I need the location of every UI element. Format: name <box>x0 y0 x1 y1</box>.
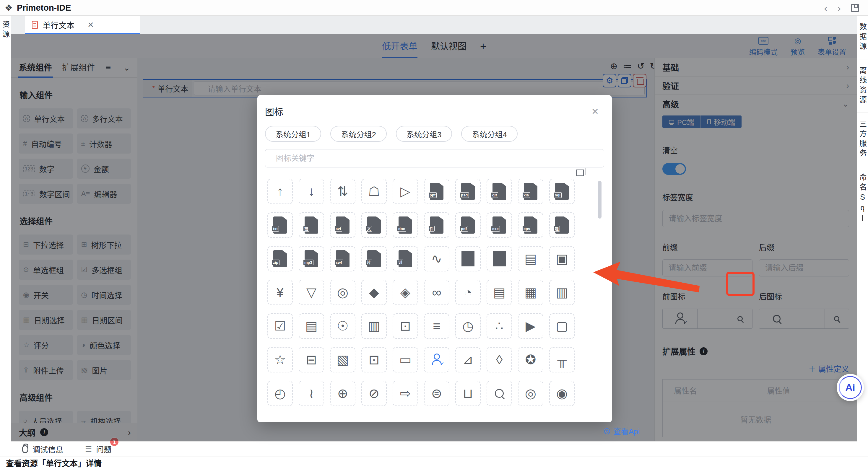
ai-assistant-button[interactable]: Ai <box>837 374 864 401</box>
gauge-icon[interactable]: ◔ <box>455 280 481 305</box>
chain-link-icon[interactable]: ∞ <box>424 280 450 305</box>
file-link-icon[interactable]: 链 <box>299 212 324 238</box>
icon-search-input[interactable] <box>265 149 604 167</box>
screen-settings-icon[interactable]: ▣ <box>549 246 575 272</box>
file-zip-icon[interactable]: zip <box>267 246 293 272</box>
podcast-icon[interactable]: ≀ <box>299 381 324 406</box>
image-icon[interactable]: ▧ <box>330 347 355 372</box>
clipboard-clock-icon[interactable]: ▥ <box>361 313 387 339</box>
file-sql-icon[interactable]: sql <box>549 179 575 204</box>
status-text: 查看资源「单行文本」详情 <box>6 457 102 469</box>
shield-key-icon[interactable]: ◊ <box>487 347 512 372</box>
broken-link-icon[interactable]: ∿ <box>424 246 450 272</box>
rail-item-3[interactable]: 命名Sql <box>857 166 868 232</box>
close-icon[interactable] <box>88 20 94 30</box>
solid-rect-icon[interactable] <box>455 246 481 272</box>
bookmark-plus-icon[interactable]: ⊕ <box>330 381 355 406</box>
file-exercise-icon[interactable]: 题 <box>549 212 575 238</box>
file-attach-icon[interactable]: 件 <box>424 212 450 238</box>
triangle-3d-icon[interactable]: ▽ <box>299 280 324 305</box>
solid-rect-icon <box>462 251 474 267</box>
upload-box-icon[interactable]: ⊡ <box>361 347 387 372</box>
search-icon[interactable] <box>487 381 512 406</box>
hexagon-flash-icon[interactable]: ◆ <box>361 280 387 305</box>
file-eps-icon[interactable]: eps <box>518 212 543 238</box>
chat-lines-icon[interactable]: ⊜ <box>424 381 450 406</box>
file-image-icon[interactable]: 片 <box>361 246 387 272</box>
file-ppt-icon[interactable]: ppt <box>424 179 450 204</box>
paper-plane-icon[interactable]: ⊿ <box>455 347 481 372</box>
book-open-icon[interactable]: ⊔ <box>455 381 481 406</box>
folder-list-icon: ▤ <box>493 286 505 299</box>
issues-button[interactable]: 问题 1 <box>85 444 112 455</box>
file-training-icon[interactable]: 训 <box>393 246 418 272</box>
file-txt-icon[interactable]: txt <box>267 212 293 238</box>
icon-group-4[interactable]: 系统分组4 <box>461 126 517 142</box>
window-restore-icon[interactable] <box>576 169 584 176</box>
clipboard-list-icon[interactable]: ▤ <box>299 313 324 339</box>
back-icon[interactable]: ‹ <box>824 3 827 13</box>
file-graphic-icon[interactable]: 文 <box>361 212 387 238</box>
file-doc-icon[interactable]: doc <box>393 212 418 238</box>
close-icon[interactable] <box>591 106 599 117</box>
diamond-wire-icon[interactable]: ◈ <box>393 280 418 305</box>
spiral-bubble-icon[interactable]: ◎ <box>518 381 543 406</box>
yen-card-icon[interactable]: ¥ <box>267 280 293 305</box>
tshirt-icon[interactable]: ☖ <box>361 179 387 204</box>
play-filled-icon[interactable]: ▶ <box>518 313 543 339</box>
view-api-link[interactable]: 查看Api <box>603 425 640 436</box>
file-avi-icon[interactable]: avi <box>330 212 355 238</box>
save-icon[interactable] <box>851 4 859 12</box>
file-mp3-icon[interactable]: mp3 <box>299 246 324 272</box>
calendar-notes-icon[interactable]: ▦ <box>518 280 543 305</box>
clock2-icon[interactable]: ◴ <box>267 381 293 406</box>
folder-list-icon[interactable]: ▤ <box>487 280 512 305</box>
file-swf-icon[interactable]: swf <box>330 246 355 272</box>
icon-group-2[interactable]: 系统分组2 <box>330 126 386 142</box>
file-exe-icon[interactable]: exe <box>487 212 512 238</box>
clock-icon[interactable]: ◷ <box>455 313 481 339</box>
app-title: Primeton-IDE <box>17 3 71 13</box>
arrow-down-icon[interactable]: ↓ <box>299 179 324 204</box>
person-clock-icon[interactable]: ☉ <box>330 313 355 339</box>
badge-check-icon[interactable]: ✪ <box>518 347 543 372</box>
org-chart-icon[interactable]: ╥ <box>549 347 575 372</box>
logout-icon[interactable]: ⇨ <box>393 381 418 406</box>
sliders-icon[interactable]: ≡ <box>424 313 450 339</box>
people-icon[interactable]: ∴ <box>487 313 512 339</box>
tab-single-text[interactable]: 单行文本 <box>25 15 140 34</box>
rail-item-1[interactable]: 离线资源 <box>857 59 868 113</box>
doc-list-icon[interactable]: ▢ <box>549 313 575 339</box>
scrollbar-thumb[interactable] <box>598 181 601 219</box>
file-gif-icon[interactable]: gif <box>487 179 512 204</box>
arrow-up-icon[interactable]: ↑ <box>267 179 293 204</box>
file-xls-icon[interactable]: xls <box>518 179 543 204</box>
pulse-icon[interactable]: ◎ <box>330 280 355 305</box>
chain-link-icon: ∞ <box>432 286 441 299</box>
debug-bar: 调试信息 问题 1 <box>11 441 857 457</box>
screen-scan-icon[interactable]: ⊡ <box>393 313 418 339</box>
sort-icon[interactable]: ⇅ <box>330 179 355 204</box>
file-pdf-icon[interactable]: pdf <box>455 212 481 238</box>
form-edit-icon[interactable]: ▤ <box>518 246 543 272</box>
icon-group-3[interactable]: 系统分组3 <box>396 126 452 142</box>
file-type-label: doc <box>397 226 406 231</box>
solid-rect-icon-2[interactable] <box>487 246 512 272</box>
icon-group-1[interactable]: 系统分组1 <box>265 126 321 142</box>
play-circle-icon[interactable]: ▷ <box>393 179 418 204</box>
rail-item-0[interactable]: 数据源 <box>857 15 868 59</box>
copy-list-icon[interactable]: ▥ <box>549 280 575 305</box>
rail-resources[interactable]: 资源 <box>0 20 11 40</box>
arrow-down-icon: ↓ <box>308 185 315 198</box>
checklist-icon[interactable]: ☑ <box>267 313 293 339</box>
star-icon[interactable]: ☆ <box>267 347 293 372</box>
prohibit-icon[interactable]: ⊘ <box>361 381 387 406</box>
rail-item-2[interactable]: 三方服务 <box>857 113 868 166</box>
person-check-icon[interactable] <box>424 347 450 372</box>
debug-info-button[interactable]: 调试信息 <box>22 444 63 455</box>
scan-minus-icon[interactable]: ⊟ <box>299 347 324 372</box>
forward-icon[interactable]: › <box>838 3 841 13</box>
comment-dots-icon[interactable]: ▭ <box>393 347 418 372</box>
play-search-icon[interactable]: ◉ <box>549 381 575 406</box>
file-psd-icon[interactable]: psd <box>455 179 481 204</box>
